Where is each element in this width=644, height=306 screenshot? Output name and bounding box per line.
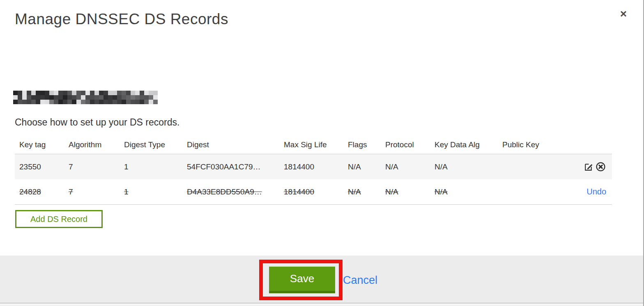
subtitle-text: Choose how to set up your DS records. — [15, 117, 179, 128]
cancel-link[interactable]: Cancel — [343, 274, 377, 287]
cell-algorithm: 7 — [64, 187, 120, 196]
delete-circle-x-icon[interactable] — [595, 161, 606, 172]
page-background-strip — [0, 304, 644, 306]
cell-digest-type: 1 — [120, 162, 182, 171]
col-header-flags: Flags — [343, 140, 381, 149]
cell-key-data-alg: N/A — [430, 162, 498, 171]
cell-protocol: N/A — [381, 162, 430, 171]
table-row: 23550 7 1 54FCF030AA1C79… 1814400 N/A N/… — [15, 154, 612, 179]
col-header-public-key: Public Key — [498, 140, 571, 149]
edit-icon[interactable] — [583, 161, 594, 172]
col-header-digest-type: Digest Type — [120, 140, 182, 149]
save-button[interactable]: Save — [269, 267, 335, 293]
col-header-max-sig-life: Max Sig Life — [279, 140, 343, 149]
col-header-digest: Digest — [182, 140, 279, 149]
add-ds-record-button[interactable]: Add DS Record — [15, 210, 103, 228]
col-header-protocol: Protocol — [381, 140, 430, 149]
cell-key-tag: 24828 — [15, 187, 64, 196]
page-title: Manage DNSSEC DS Records — [15, 11, 228, 28]
col-header-key-tag: Key tag — [15, 140, 64, 149]
cell-algorithm: 7 — [64, 162, 120, 171]
cell-key-data-alg: N/A — [430, 187, 498, 196]
table-row-deleted: 24828 7 1 D4A33E8DD550A9… 1814400 N/A N/… — [15, 179, 612, 205]
cell-flags: N/A — [343, 162, 381, 171]
col-header-key-data-alg: Key Data Alg — [430, 140, 498, 149]
cell-max-sig-life: 1814400 — [279, 187, 343, 196]
close-icon[interactable]: × — [617, 7, 630, 21]
cell-flags: N/A — [343, 187, 381, 196]
ds-records-table: Key tag Algorithm Digest Type Digest Max… — [15, 135, 612, 205]
col-header-algorithm: Algorithm — [64, 140, 120, 149]
undo-link[interactable]: Undo — [586, 187, 606, 196]
cell-key-tag: 23550 — [15, 162, 64, 171]
cell-max-sig-life: 1814400 — [279, 162, 343, 171]
domain-name-redacted — [13, 91, 158, 104]
cell-digest-type: 1 — [120, 187, 182, 196]
cell-digest: 54FCF030AA1C79… — [182, 162, 279, 171]
table-header-row: Key tag Algorithm Digest Type Digest Max… — [15, 135, 612, 154]
cell-digest: D4A33E8DD550A9… — [182, 187, 279, 196]
cell-protocol: N/A — [381, 187, 430, 196]
manage-dnssec-modal: Manage DNSSEC DS Records × Choose how to… — [0, 0, 644, 306]
